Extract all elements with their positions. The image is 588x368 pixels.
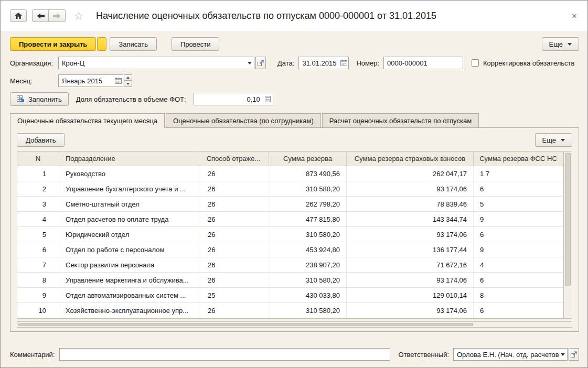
table-cell: Руководство xyxy=(59,166,198,181)
table-cell: 5 xyxy=(17,227,59,242)
calendar-icon[interactable] xyxy=(339,57,348,69)
tab-liabilities-by-employees[interactable]: Оценочные обязательства (по сотрудникам) xyxy=(166,113,321,128)
post-button[interactable]: Провести xyxy=(172,37,220,51)
share-value: 0,10 xyxy=(194,95,263,103)
date-field[interactable]: 31.01.2015 xyxy=(298,57,349,69)
field-row-month: Месяц: Январь 2015 xyxy=(1,72,587,90)
write-button[interactable]: Записать xyxy=(110,37,157,51)
tab-current-month-liabilities[interactable]: Оценочные обязательства текущего месяца xyxy=(10,113,165,128)
calendar-icon[interactable] xyxy=(113,75,123,86)
column-header-fss-reserve-sum[interactable]: Сумма резерва ФСС НС xyxy=(474,151,563,166)
table-cell: 2 xyxy=(17,181,59,196)
table-row[interactable]: 2Управление бухгалтерского учета и ...26… xyxy=(17,181,563,197)
table-row[interactable]: 10Хозяйственно-эксплуатационное упр...26… xyxy=(17,303,563,318)
open-icon xyxy=(258,60,264,66)
table-cell: 26 xyxy=(198,303,269,318)
column-header-reflection-method[interactable]: Способ отраже... xyxy=(198,151,269,166)
horizontal-scrollbar[interactable] xyxy=(17,321,572,328)
responsible-open-button[interactable] xyxy=(569,348,579,361)
table-row[interactable]: 7Сектор развития персонала26238 907,2071… xyxy=(17,257,563,273)
responsible-combo[interactable]: Орлова Е.Н. (Нач. отд. расчетов xyxy=(453,348,568,361)
table-cell: 143 344,74 xyxy=(347,212,474,226)
table-row[interactable]: 1Руководство26873 490,56262 047,171 7 xyxy=(17,166,563,181)
table-cell: 26 xyxy=(198,181,269,196)
table-body: 1Руководство26873 490,56262 047,171 72Уп… xyxy=(17,166,563,318)
page-title: Начисление оценочных обязательств по отп… xyxy=(96,10,436,21)
tab-bar: Оценочные обязательства текущего месяца … xyxy=(1,109,587,127)
organization-value: Крон-Ц xyxy=(59,59,245,67)
table-row[interactable]: 3Сметно-штатный отдел26262 798,2078 839,… xyxy=(17,197,563,212)
forward-button[interactable] xyxy=(49,9,66,22)
month-field[interactable]: Январь 2015 xyxy=(58,74,123,87)
favorite-star-icon[interactable]: ☆ xyxy=(74,10,83,21)
table-row[interactable]: 8Управление маркетинга и обслужива...263… xyxy=(17,273,563,288)
chevron-down-icon[interactable] xyxy=(245,62,254,64)
footer-bar: Комментарий: Ответственный: Орлова Е.Н. … xyxy=(1,348,587,367)
table-cell: 7 xyxy=(17,257,59,272)
vertical-scrollbar[interactable] xyxy=(564,151,572,319)
table-cell: Сметно-штатный отдел xyxy=(59,197,198,211)
title-bar: ☆ Начисление оценочных обязательств по о… xyxy=(1,1,587,31)
table-cell: 9 xyxy=(474,242,563,257)
table-row[interactable]: 5Юридический отдел26310 580,2093 174,066 xyxy=(17,227,563,242)
home-button[interactable] xyxy=(10,9,27,22)
table-cell: 6 xyxy=(474,303,563,318)
fill-table-icon xyxy=(17,95,25,103)
table-cell: 26 xyxy=(198,197,269,211)
table-row[interactable]: 4Отдел расчетов по оплате труда26477 815… xyxy=(17,212,563,227)
vertical-scrollbar-thumb[interactable] xyxy=(565,153,571,286)
table-cell: Отдел по работе с персоналом xyxy=(59,242,198,257)
fill-button[interactable]: Заполнить xyxy=(10,92,69,106)
table-cell: 5 xyxy=(474,197,563,211)
date-label: Дата: xyxy=(277,59,294,67)
table-cell: 93 174,06 xyxy=(347,181,474,196)
table-cell: 8 xyxy=(474,288,563,302)
back-arrow-icon xyxy=(37,13,45,19)
table-more-button[interactable]: Еще xyxy=(535,133,572,147)
stepper-down-button[interactable] xyxy=(124,81,132,87)
add-row-button[interactable]: Добавить xyxy=(17,133,65,147)
column-header-n[interactable]: N xyxy=(17,151,59,166)
close-icon[interactable]: × xyxy=(570,10,579,21)
table-cell: 26 xyxy=(198,166,269,181)
share-field[interactable]: 0,10 xyxy=(194,93,273,105)
document-window: ☆ Начисление оценочных обязательств по о… xyxy=(0,0,588,368)
tab-vacation-liabilities-calculation[interactable]: Расчет оценочных обязательств по отпуска… xyxy=(322,113,479,128)
organization-combo[interactable]: Крон-Ц xyxy=(58,57,254,69)
more-button[interactable]: Еще xyxy=(542,37,579,51)
number-label: Номер: xyxy=(356,59,379,67)
correction-checkbox[interactable] xyxy=(472,59,479,67)
table-cell: 93 174,06 xyxy=(347,303,474,318)
table-cell: Управление маркетинга и обслужива... xyxy=(59,273,198,287)
horizontal-scrollbar-thumb[interactable] xyxy=(18,323,473,326)
table-cell: 4 xyxy=(474,257,563,272)
chevron-down-icon[interactable] xyxy=(559,353,567,356)
table-header-row: N Подразделение Способ отраже... Сумма р… xyxy=(17,151,563,166)
comment-input[interactable] xyxy=(59,348,390,361)
column-header-reserve-sum[interactable]: Сумма резерва xyxy=(269,151,347,166)
table-row[interactable]: 6Отдел по работе с персоналом26453 924,8… xyxy=(17,242,563,257)
table-cell: 71 672,16 xyxy=(347,257,474,272)
table-cell: 310 580,20 xyxy=(269,273,347,287)
table-cell: 453 924,80 xyxy=(269,242,347,257)
date-value: 31.01.2015 xyxy=(299,59,339,67)
post-and-close-button[interactable]: Провести и закрыть xyxy=(10,37,96,51)
table-cell: 310 580,20 xyxy=(269,227,347,242)
column-header-department[interactable]: Подразделение xyxy=(59,151,198,166)
organization-open-button[interactable] xyxy=(255,57,266,69)
table-cell: Отдел автоматизированных систем ... xyxy=(59,288,198,302)
organization-label: Организация: xyxy=(10,59,58,67)
post-and-close-split-button[interactable] xyxy=(97,37,106,51)
number-field[interactable]: 0000-000001 xyxy=(383,57,463,69)
table-cell: 4 xyxy=(17,212,59,226)
table-toolbar: Добавить Еще xyxy=(10,128,579,151)
table-cell: 136 177,44 xyxy=(347,242,474,257)
back-button[interactable] xyxy=(32,9,49,22)
column-header-insurance-reserve-sum[interactable]: Сумма резерва страховых взносов xyxy=(347,151,474,166)
stepper-up-button[interactable] xyxy=(124,74,132,81)
command-bar: Провести и закрыть Записать Провести Еще xyxy=(1,31,587,54)
calculator-icon[interactable] xyxy=(263,93,273,105)
table-row[interactable]: 9Отдел автоматизированных систем ...2543… xyxy=(17,288,563,303)
table-cell: 6 xyxy=(474,227,563,242)
table-cell: 129 010,14 xyxy=(347,288,474,302)
